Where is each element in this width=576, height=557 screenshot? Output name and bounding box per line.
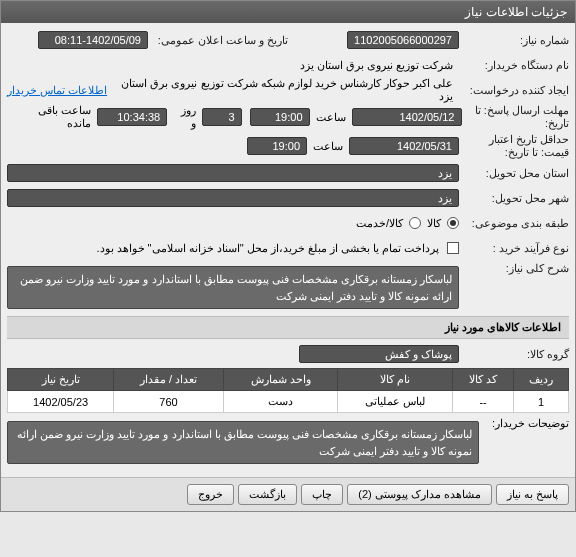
radio-group-type: کالا کالا/خدمت: [356, 217, 459, 230]
row-budget: طبقه بندی موضوعی: کالا کالا/خدمت: [7, 212, 569, 234]
label-process: نوع فرآیند خرید :: [459, 242, 569, 255]
row-city: شهر محل تحویل: یزد: [7, 187, 569, 209]
label-need-no: شماره نیاز:: [459, 34, 569, 47]
field-validity-time: 19:00: [247, 137, 307, 155]
th-row: ردیف: [514, 369, 569, 391]
label-requester: ایجاد کننده درخواست:: [459, 84, 569, 97]
row-deadline: مهلت ارسال پاسخ: تا تاریخ: 1402/05/12 سا…: [7, 104, 569, 130]
th-unit: واحد شمارش: [223, 369, 337, 391]
row-requester: ایجاد کننده درخواست: علی اکبر حوکار کارش…: [7, 79, 569, 101]
window-titlebar: جزئیات اطلاعات نیاز: [1, 1, 575, 23]
checkbox-treasury[interactable]: [447, 242, 459, 254]
reply-button[interactable]: پاسخ به نیاز: [496, 484, 569, 505]
cell-name: لباس عملیاتی: [338, 391, 452, 413]
row-org: نام دستگاه خریدار: شرکت توزیع نیروی برق …: [7, 54, 569, 76]
label-province: استان محل تحویل:: [459, 167, 569, 180]
field-org: شرکت توزیع نیروی برق استان یزد: [7, 56, 459, 74]
th-code: کد کالا: [452, 369, 513, 391]
label-buyer-notes: توضیحات خریدار:: [479, 417, 569, 430]
label-at2: ساعت: [307, 140, 349, 153]
radio-goods-label: کالا: [427, 217, 441, 230]
field-buyer-notes: لباسکار زمستانه برقکاری مشخصات فنی پیوست…: [7, 421, 479, 464]
link-contact-buyer[interactable]: اطلاعات تماس خریدار: [7, 84, 113, 97]
cell-code: --: [452, 391, 513, 413]
back-button[interactable]: بازگشت: [238, 484, 297, 505]
row-goods-group: گروه کالا: پوشاک و کفش: [7, 343, 569, 365]
field-validity-date: 1402/05/31: [349, 137, 459, 155]
field-requester: علی اکبر حوکار کارشناس خرید لوازم شبکه ش…: [113, 81, 459, 99]
section-goods-header: اطلاعات کالاهای مورد نیاز: [7, 316, 569, 339]
label-deadline: مهلت ارسال پاسخ: تا تاریخ:: [462, 104, 570, 130]
field-days-left: 3: [202, 108, 242, 126]
row-process: نوع فرآیند خرید : پرداخت تمام یا بخشی از…: [7, 237, 569, 259]
cell-qty: 760: [114, 391, 224, 413]
row-need-no: شماره نیاز: 1102005066000297 تاریخ و ساع…: [7, 29, 569, 51]
field-deadline-time: 19:00: [250, 108, 310, 126]
label-payment-note: پرداخت تمام یا بخشی از مبلغ خرید،از محل …: [96, 242, 443, 255]
table-header-row: ردیف کد کالا نام کالا واحد شمارش تعداد /…: [8, 369, 569, 391]
label-validity: حداقل تاریخ اعتبار قیمت: تا تاریخ:: [459, 133, 569, 159]
label-budget: طبقه بندی موضوعی:: [459, 217, 569, 230]
label-at1: ساعت: [310, 111, 352, 124]
row-province: استان محل تحویل: یزد: [7, 162, 569, 184]
th-name: نام کالا: [338, 369, 452, 391]
label-goods-group: گروه کالا:: [459, 348, 569, 361]
cell-date: 1402/05/23: [8, 391, 114, 413]
field-deadline-date: 1402/05/12: [352, 108, 462, 126]
field-goods-group: پوشاک و کفش: [299, 345, 459, 363]
goods-table: ردیف کد کالا نام کالا واحد شمارش تعداد /…: [7, 368, 569, 413]
label-desc: شرح کلی نیاز:: [459, 262, 569, 275]
radio-service[interactable]: [409, 217, 421, 229]
radio-goods[interactable]: [447, 217, 459, 229]
content-area: شماره نیاز: 1102005066000297 تاریخ و ساع…: [1, 23, 575, 477]
attachments-button[interactable]: مشاهده مدارک پیوستی (2): [347, 484, 492, 505]
label-days: روز و: [167, 104, 202, 130]
field-description: لباسکار زمستانه برقکاری مشخصات فنی پیوست…: [7, 266, 459, 309]
row-validity: حداقل تاریخ اعتبار قیمت: تا تاریخ: 1402/…: [7, 133, 569, 159]
row-buyer-notes: توضیحات خریدار: لباسکار زمستانه برقکاری …: [7, 417, 569, 468]
label-announce: تاریخ و ساعت اعلان عمومی:: [148, 34, 288, 47]
label-city: شهر محل تحویل:: [459, 192, 569, 205]
field-need-no: 1102005066000297: [347, 31, 459, 49]
table-row[interactable]: 1 -- لباس عملیاتی دست 760 1402/05/23: [8, 391, 569, 413]
th-qty: تعداد / مقدار: [114, 369, 224, 391]
field-province: یزد: [7, 164, 459, 182]
field-announce-date: 1402/05/09 - 08:11: [38, 31, 148, 49]
button-bar: پاسخ به نیاز مشاهده مدارک پیوستی (2) چاپ…: [1, 477, 575, 511]
cell-row: 1: [514, 391, 569, 413]
field-time-left: 10:34:38: [97, 108, 167, 126]
label-remaining: ساعت باقی مانده: [7, 104, 97, 130]
cell-unit: دست: [223, 391, 337, 413]
label-org: نام دستگاه خریدار:: [459, 59, 569, 72]
th-date: تاریخ نیاز: [8, 369, 114, 391]
radio-service-label: کالا/خدمت: [356, 217, 403, 230]
exit-button[interactable]: خروج: [187, 484, 234, 505]
need-details-window: جزئیات اطلاعات نیاز شماره نیاز: 11020050…: [0, 0, 576, 512]
row-desc: شرح کلی نیاز: لباسکار زمستانه برقکاری مش…: [7, 262, 569, 313]
print-button[interactable]: چاپ: [301, 484, 343, 505]
field-city: یزد: [7, 189, 459, 207]
